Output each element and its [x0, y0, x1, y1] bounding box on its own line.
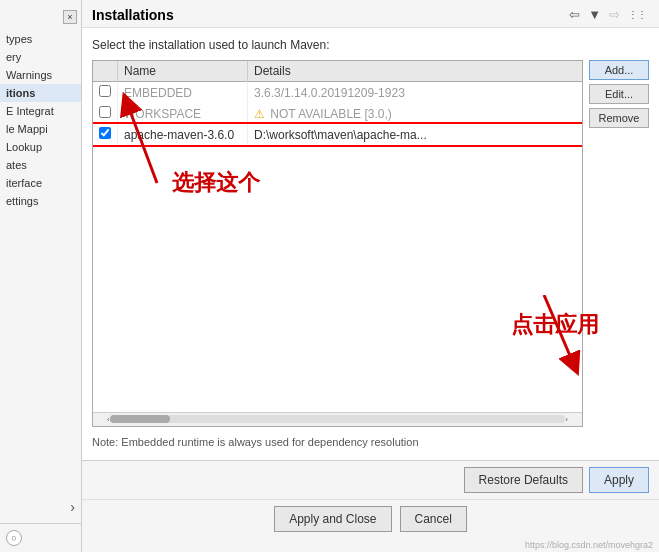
table-row[interactable]: apache-maven-3.6.0 D:\worksoft\maven\apa… [93, 124, 582, 145]
sidebar-expand-icon[interactable]: › [70, 499, 75, 515]
warning-icon: ⚠ [254, 107, 265, 121]
checkbox-workspace[interactable] [99, 106, 111, 118]
table-row[interactable]: WORKSPACE ⚠ NOT AVAILABLE [3.0,) [93, 103, 582, 124]
footer-row1: Restore Defaults Apply [82, 461, 659, 500]
footer-row2: Apply and Close Cancel [82, 500, 659, 538]
checkbox-embedded[interactable] [99, 85, 111, 97]
nav-back-button[interactable]: ⇦ [566, 6, 583, 23]
horizontal-scrollbar[interactable]: ‹ › [93, 412, 582, 426]
watermark-text: https://blog.csdn.net/movehgra2 [82, 538, 659, 552]
row1-name: EMBEDDED [118, 82, 248, 104]
row3-details: D:\worksoft\maven\apache-ma... [248, 124, 583, 145]
restore-defaults-button[interactable]: Restore Defaults [464, 467, 583, 493]
sidebar-item-ates[interactable]: ates [0, 156, 81, 174]
row3-checkbox[interactable] [93, 124, 118, 145]
scroll-track [110, 415, 566, 423]
row2-checkbox[interactable] [93, 103, 118, 124]
row2-details: ⚠ NOT AVAILABLE [3.0,) [248, 103, 583, 124]
sidebar-item-lookup[interactable]: Lookup [0, 138, 81, 156]
table-row[interactable]: EMBEDDED 3.6.3/1.14.0.20191209-1923 [93, 82, 582, 104]
sidebar-item-itions[interactable]: itions [0, 84, 81, 102]
side-buttons: Add... Edit... Remove [589, 60, 649, 427]
table-area: Name Details EMBEDDED 3.6.3/ [92, 60, 649, 427]
cancel-button[interactable]: Cancel [400, 506, 467, 532]
panel-header: Installations ⇦ ▼ ⇨ ⋮⋮ [82, 0, 659, 28]
panel-title: Installations [92, 7, 174, 23]
nav-dropdown-button[interactable]: ▼ [585, 6, 604, 23]
col-header-checkbox [93, 61, 118, 82]
apply-and-close-button[interactable]: Apply and Close [274, 506, 391, 532]
sidebar-item-types[interactable]: types [0, 30, 81, 48]
sidebar-item-lemappi[interactable]: le Mappi [0, 120, 81, 138]
nav-forward-button[interactable]: ⇨ [606, 6, 623, 23]
checkbox-apache-maven[interactable] [99, 127, 111, 139]
col-header-name: Name [118, 61, 248, 82]
table-scroll[interactable]: Name Details EMBEDDED 3.6.3/ [93, 61, 582, 412]
sidebar-close-area: × [0, 8, 81, 26]
remove-button[interactable]: Remove [589, 108, 649, 128]
col-header-details: Details [248, 61, 583, 82]
sidebar-item-iterface[interactable]: iterface [0, 174, 81, 192]
sidebar-item-ettings[interactable]: ettings [0, 192, 81, 210]
nav-more-button[interactable]: ⋮⋮ [625, 8, 649, 21]
sidebar-item-eintegrat[interactable]: E Integrat [0, 102, 81, 120]
main-panel: Installations ⇦ ▼ ⇨ ⋮⋮ Select the instal… [82, 0, 659, 552]
sidebar-item-warnings[interactable]: Warnings [0, 66, 81, 84]
row1-checkbox[interactable] [93, 82, 118, 104]
apply-button[interactable]: Apply [589, 467, 649, 493]
panel-body: Select the installation used to launch M… [82, 28, 659, 460]
status-icon: ○ [6, 530, 22, 546]
sidebar-item-ery[interactable]: ery [0, 48, 81, 66]
installations-table: Name Details EMBEDDED 3.6.3/ [92, 60, 583, 427]
workspace-details-text: NOT AVAILABLE [3.0,) [270, 107, 391, 121]
sidebar: × types ery Warnings itions E Integrat l… [0, 0, 82, 552]
header-nav: ⇦ ▼ ⇨ ⋮⋮ [566, 6, 649, 23]
add-button[interactable]: Add... [589, 60, 649, 80]
row2-name: WORKSPACE [118, 103, 248, 124]
note-text: Note: Embedded runtime is always used fo… [92, 435, 649, 450]
panel-footer: Restore Defaults Apply Apply and Close C… [82, 460, 659, 552]
edit-button[interactable]: Edit... [589, 84, 649, 104]
scroll-thumb[interactable] [110, 415, 170, 423]
scroll-right-icon[interactable]: › [565, 415, 568, 424]
close-sidebar-button[interactable]: × [63, 10, 77, 24]
row3-name: apache-maven-3.6.0 [118, 124, 248, 145]
row1-details: 3.6.3/1.14.0.20191209-1923 [248, 82, 583, 104]
description-text: Select the installation used to launch M… [92, 38, 649, 52]
